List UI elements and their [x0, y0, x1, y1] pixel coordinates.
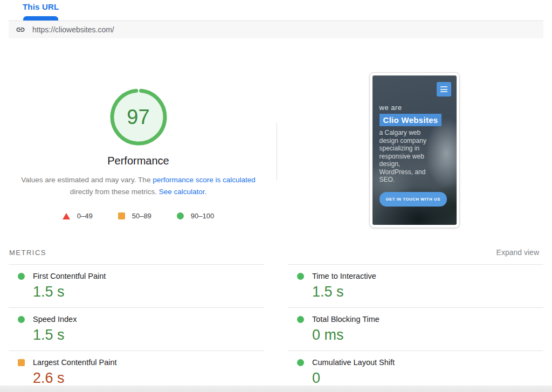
score-legend: 0–49 50–89 90–100 — [0, 212, 277, 220]
metric-value: 0 ms — [312, 327, 543, 343]
metric-row-total-blocking-time: Total Blocking Time 0 ms — [288, 307, 543, 350]
legend-item-poor: 0–49 — [63, 212, 93, 220]
performance-score-gauge: 97 — [110, 88, 167, 146]
site-screenshot-image: we are Clio Websites a Calgary web desig… — [372, 75, 457, 225]
metrics-section: METRICS Expand view First Contentful Pai… — [9, 229, 543, 392]
metric-label: Time to Interactive — [312, 272, 376, 280]
metric-label: First Contentful Paint — [33, 272, 106, 280]
site-cta-button: GET IN TOUCH WITH US — [380, 192, 447, 207]
metric-status-icon — [18, 273, 25, 280]
see-calculator-link[interactable]: See calculator. — [159, 188, 207, 196]
score-disclaimer: Values are estimated and may vary. The p… — [12, 174, 265, 198]
screenshot-panel: we are Clio Websites a Calgary web desig… — [277, 38, 552, 229]
score-panel: 97 Performance Values are estimated and … — [0, 38, 277, 229]
legend-range-label: 50–89 — [132, 212, 151, 220]
category-title: Performance — [0, 155, 277, 167]
metric-label: Total Blocking Time — [312, 315, 380, 324]
legend-item-good: 90–100 — [177, 212, 214, 220]
metrics-grid: First Contentful Paint 1.5 s Time to Int… — [9, 264, 543, 392]
url-bar: https://cliowebsites.com/ — [9, 20, 543, 38]
disclaimer-text: directly from these metrics. — [70, 188, 159, 196]
metrics-header: METRICS Expand view — [9, 229, 543, 264]
metric-value: 2.6 s — [33, 370, 264, 387]
metric-status-icon — [18, 316, 25, 323]
expand-view-button[interactable]: Expand view — [496, 248, 539, 257]
site-intro-text: we are — [380, 104, 402, 112]
metric-value: 1.5 s — [312, 284, 543, 300]
metric-row-first-contentful-paint: First Contentful Paint 1.5 s — [9, 264, 264, 307]
legend-range-label: 90–100 — [191, 212, 214, 220]
analyzed-url: https://cliowebsites.com/ — [32, 25, 114, 34]
poor-triangle-icon — [63, 213, 70, 219]
tab-this-url[interactable]: This URL — [23, 0, 59, 20]
metrics-heading: METRICS — [9, 249, 46, 257]
average-square-icon — [118, 212, 125, 219]
site-brand-text: Clio Websites — [380, 114, 442, 126]
tab-active-indicator — [23, 16, 58, 20]
hamburger-menu-icon — [437, 82, 451, 97]
metric-status-icon — [297, 359, 304, 366]
next-section-edge — [0, 386, 552, 392]
summary-section: 97 Performance Values are estimated and … — [0, 38, 552, 229]
metric-value: 0 — [312, 370, 543, 387]
metric-value: 1.5 s — [33, 284, 264, 300]
metric-label: Speed Index — [33, 315, 77, 324]
legend-item-average: 50–89 — [118, 212, 151, 220]
link-icon — [16, 25, 25, 35]
metric-status-icon — [297, 273, 304, 280]
tab-strip: This URL — [0, 0, 552, 20]
site-description-text: a Calgary web design company specializin… — [380, 129, 434, 184]
good-circle-icon — [177, 212, 184, 219]
disclaimer-text: Values are estimated and may vary. The — [21, 176, 153, 184]
tab-this-url-label: This URL — [23, 2, 59, 11]
metric-row-time-to-interactive: Time to Interactive 1.5 s — [288, 264, 543, 307]
metric-label: Cumulative Layout Shift — [312, 358, 395, 367]
metric-status-icon — [18, 359, 25, 366]
metric-label: Largest Contentful Paint — [33, 358, 117, 367]
final-screenshot-thumbnail[interactable]: we are Clio Websites a Calgary web desig… — [369, 72, 460, 228]
metric-status-icon — [297, 316, 304, 323]
performance-score-value: 97 — [110, 88, 167, 146]
metric-row-speed-index: Speed Index 1.5 s — [9, 307, 264, 350]
legend-range-label: 0–49 — [77, 212, 93, 220]
metric-value: 1.5 s — [33, 327, 264, 343]
performance-score-link[interactable]: performance score is calculated — [153, 176, 256, 184]
pagespeed-report: This URL https://cliowebsites.com/ 97 Pe… — [0, 0, 552, 392]
vertical-divider — [277, 123, 277, 180]
